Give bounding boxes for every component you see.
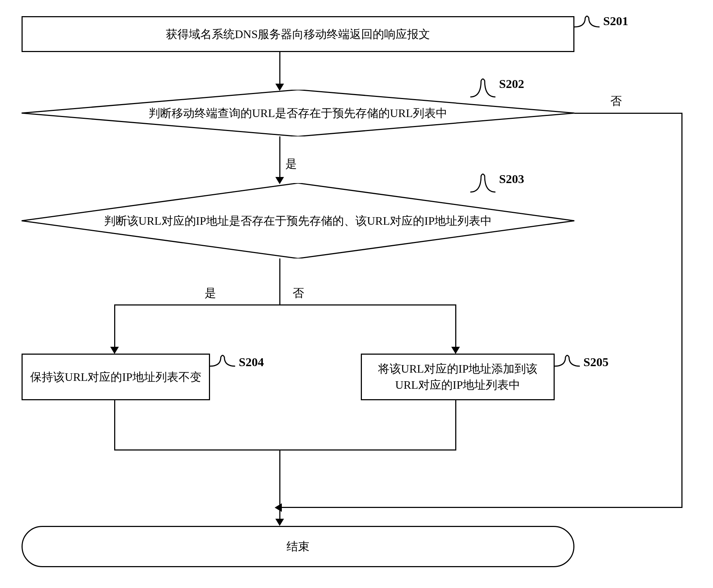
arrowhead-merge — [275, 519, 284, 526]
decision-s203-text: 判断该URL对应的IP地址是否存在于预先存储的、该URL对应的IP地址列表中 — [104, 213, 492, 229]
arrowhead-s203-left — [110, 347, 119, 354]
step-s204-text: 保持该URL对应的IP地址列表不变 — [23, 369, 208, 385]
line-merge-h — [114, 449, 456, 451]
line-s202-no-h — [574, 113, 682, 114]
line-s204-v — [114, 400, 115, 451]
label-s203: S203 — [499, 172, 524, 186]
step-s205-text: 将该URL对应的IP地址添加到该URL对应的IP地址列表中 — [362, 361, 554, 393]
line-s203-left-v — [114, 304, 115, 347]
step-s205: 将该URL对应的IP地址添加到该URL对应的IP地址列表中 — [361, 354, 555, 400]
step-s201-text: 获得域名系统DNS服务器向移动终端返回的响应报文 — [166, 26, 430, 42]
edge-s203-yes: 是 — [205, 285, 216, 301]
step-s204: 保持该URL对应的IP地址列表不变 — [22, 354, 210, 400]
label-s204: S204 — [239, 355, 264, 369]
arrowhead-s202-no — [275, 503, 282, 512]
label-s201: S201 — [603, 14, 628, 28]
edge-s202-yes: 是 — [285, 156, 297, 172]
line-s203-split — [115, 304, 456, 305]
step-s201: 获得域名系统DNS服务器向移动终端返回的响应报文 — [22, 16, 574, 52]
line-s205-v — [455, 400, 456, 451]
edge-s203-no: 否 — [293, 285, 304, 301]
line-merge-v — [279, 449, 280, 519]
arrowhead-s203-right — [451, 347, 460, 354]
flowchart: 获得域名系统DNS服务器向移动终端返回的响应报文 S201 判断移动终端查询的U… — [7, 7, 713, 588]
terminator-end: 结束 — [22, 526, 574, 567]
line-s203-v — [279, 258, 280, 305]
line-s202-no-h2 — [282, 507, 682, 508]
label-s205: S205 — [583, 355, 609, 369]
line-s203-right-v — [455, 304, 456, 347]
arrow-s201-s202 — [279, 52, 280, 84]
terminator-end-text: 结束 — [286, 538, 309, 555]
decision-s202-text: 判断移动终端查询的URL是否存在于预先存储的URL列表中 — [149, 105, 447, 121]
label-s202: S202 — [499, 77, 524, 91]
arrow-s202-s203 — [279, 136, 280, 178]
edge-s202-no: 否 — [610, 93, 622, 109]
line-s202-no-v — [681, 113, 682, 508]
